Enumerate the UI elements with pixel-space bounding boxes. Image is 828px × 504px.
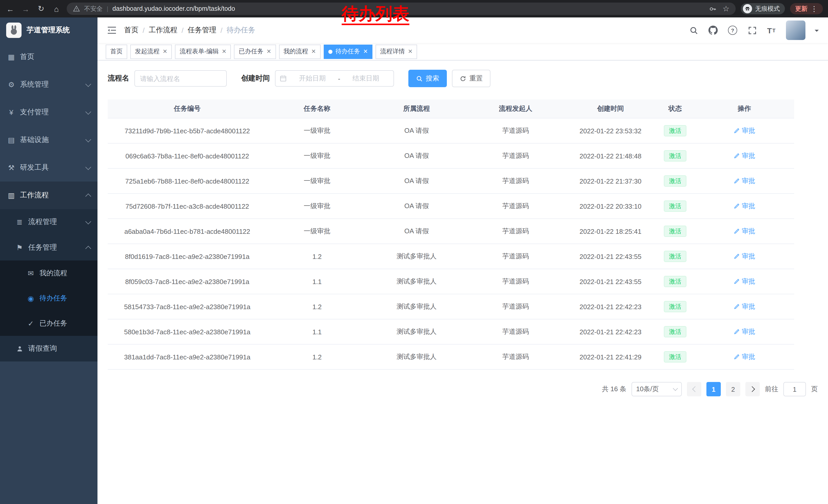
cell-create-time: 2022-01-21 22:42:23 [565,294,656,319]
sidebar-item-workflow[interactable]: ▥ 工作流程 [0,182,97,209]
app-logo [6,22,22,38]
filter-form: 流程名 创建时间 开始日期 - 结束日期 [108,70,818,87]
tab-process-detail[interactable]: 流程详情✕ [376,44,417,59]
browser-menu-icon[interactable]: ⋮ [811,5,818,13]
reset-button[interactable]: 重置 [452,70,490,87]
close-icon[interactable]: ✕ [408,49,412,54]
key-icon[interactable] [709,5,716,12]
process-name-input[interactable] [134,70,227,87]
cell-task-name: 1.2 [267,244,367,269]
tab-home[interactable]: 首页 [106,44,127,59]
sidebar-item-task-management[interactable]: ⚑ 任务管理 [0,235,97,261]
table-header: 任务编号 任务名称 所属流程 流程发起人 创建时间 状态 操作 [108,99,794,119]
dashboard-icon: ▦ [7,53,15,61]
page-button-1[interactable]: 1 [706,382,721,396]
app-logo-row: 芋道管理系统 [0,17,97,43]
tab-todo-tasks[interactable]: 待办任务✕ [324,44,372,59]
address-bar[interactable]: 不安全 | dashboard.yudao.iocoder.cn/bpm/tas… [67,3,736,15]
cell-process: 测试多审批人 [367,319,466,345]
cell-create-time: 2022-01-22 21:37:30 [565,169,656,194]
sidebar-item-system[interactable]: ⚙ 系统管理 [0,71,97,98]
approve-link[interactable]: 审批 [734,352,755,362]
sidebar-item-devtools[interactable]: ⚒ 研发工具 [0,154,97,182]
sidebar-item-payment[interactable]: ¥ 支付管理 [0,98,97,126]
date-range-picker[interactable]: 开始日期 - 结束日期 [275,70,394,87]
approve-link[interactable]: 审批 [734,176,755,186]
table-row: 8f0d1619-7ac8-11ec-a9e2-a2380e71991a 1.2… [108,244,794,269]
status-badge: 激活 [664,200,687,212]
tab-start-process[interactable]: 发起流程✕ [130,44,172,59]
search-icon[interactable] [689,25,699,35]
help-icon[interactable]: ? [728,25,738,35]
security-label: 不安全 [84,4,102,13]
font-size-icon[interactable]: TT [767,25,777,35]
cell-status: 激活 [656,244,695,269]
search-button[interactable]: 搜索 [408,70,447,87]
approve-link[interactable]: 审批 [734,201,755,211]
cell-action: 审批 [695,194,794,219]
fullscreen-icon[interactable] [747,25,757,35]
close-icon[interactable]: ✕ [266,49,271,54]
cell-create-time: 2022-01-21 22:43:55 [565,269,656,294]
breadcrumb-workflow[interactable]: 工作流程 [149,26,177,35]
tab-my-process[interactable]: 我的流程✕ [279,44,320,59]
sidebar-item-process-management[interactable]: ≣ 流程管理 [0,209,97,235]
sidebar-item-infrastructure[interactable]: ▤ 基础设施 [0,126,97,154]
forward-button[interactable]: → [20,4,31,13]
cell-action: 审批 [695,319,794,345]
cell-task-name: 一级审批 [267,219,367,244]
tab-done-tasks[interactable]: 已办任务✕ [234,44,276,59]
sidebar-item-home[interactable]: ▦ 首页 [0,43,97,71]
tab-process-form-edit[interactable]: 流程表单-编辑✕ [175,44,231,59]
github-icon[interactable] [708,25,718,35]
cell-create-time: 2022-01-22 18:25:41 [565,219,656,244]
table-row: 58154733-7ac8-11ec-a9e2-a2380e71991a 1.2… [108,294,794,319]
avatar[interactable] [786,20,805,40]
cell-starter: 芋道源码 [466,345,565,370]
close-icon[interactable]: ✕ [363,49,368,54]
col-create-time: 创建时间 [565,99,656,119]
cell-starter: 芋道源码 [466,244,565,269]
cell-task-name: 1.2 [267,294,367,319]
cell-process: OA 请假 [367,144,466,169]
monitor-icon: ▤ [7,136,15,144]
approve-link[interactable]: 审批 [734,327,755,336]
breadcrumb-task-management[interactable]: 任务管理 [188,26,216,35]
check-icon: ✓ [27,319,35,327]
cell-status: 激活 [656,194,695,219]
screen: 待办列表 ← → ↻ ⌂ 不安全 | dashboard.yudao.iocod… [0,0,828,504]
sidebar-item-todo-tasks[interactable]: ◉ 待办任务 [0,286,97,311]
approve-link[interactable]: 审批 [734,126,755,135]
cell-action: 审批 [695,244,794,269]
goto-page-input[interactable] [783,382,806,396]
approve-link[interactable]: 审批 [734,151,755,161]
table-row: 725a1eb6-7b88-11ec-8ef0-acde48001122 一级审… [108,169,794,194]
yen-icon: ¥ [7,108,15,117]
update-chip[interactable]: 更新 ⋮ [790,3,823,14]
page-button-2[interactable]: 2 [726,382,740,396]
prev-page-button[interactable] [687,382,701,396]
browser-toolbar: ← → ↻ ⌂ 不安全 | dashboard.yudao.iocoder.cn… [0,0,828,17]
avatar-caret-icon[interactable] [815,30,819,34]
calendar-icon [280,75,287,82]
close-icon[interactable]: ✕ [311,49,316,54]
approve-link[interactable]: 审批 [734,252,755,261]
col-task-name: 任务名称 [267,99,367,119]
breadcrumb-home[interactable]: 首页 [124,26,138,35]
close-icon[interactable]: ✕ [222,49,226,54]
close-icon[interactable]: ✕ [163,49,167,54]
approve-link[interactable]: 审批 [734,302,755,311]
approve-link[interactable]: 审批 [734,277,755,286]
reload-button[interactable]: ↻ [36,4,46,13]
approve-link[interactable]: 审批 [734,227,755,236]
cell-action: 审批 [695,345,794,370]
sidebar-item-my-process[interactable]: ✉ 我的流程 [0,261,97,286]
back-button[interactable]: ← [5,4,15,13]
sidebar-item-leave-query[interactable]: 请假查询 [0,336,97,362]
next-page-button[interactable] [745,382,760,396]
page-size-select[interactable]: 10条/页 [631,382,682,396]
bookmark-star-icon[interactable]: ☆ [722,4,730,13]
sidebar-item-done-tasks[interactable]: ✓ 已办任务 [0,311,97,336]
home-button[interactable]: ⌂ [51,4,61,13]
hamburger-icon[interactable] [107,25,117,35]
